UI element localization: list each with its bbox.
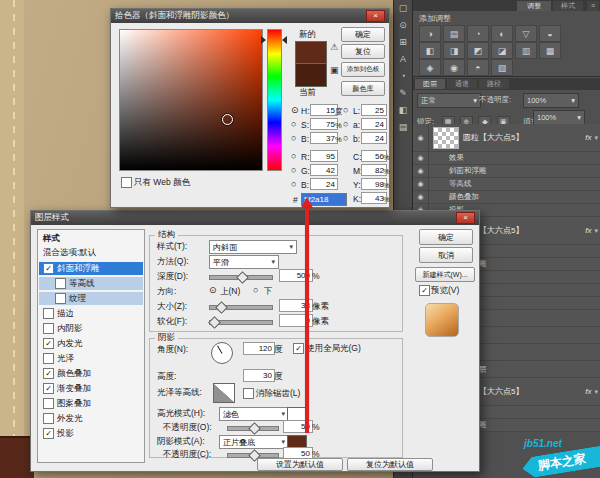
hue-slider[interactable] bbox=[267, 29, 282, 171]
close-icon[interactable]: × bbox=[456, 212, 475, 224]
style-checkbox[interactable]: ✓ bbox=[43, 338, 54, 349]
style-checkbox[interactable] bbox=[55, 293, 66, 304]
add-to-swatches-button[interactable]: 添加到色板 bbox=[341, 62, 385, 77]
soften-slider[interactable] bbox=[209, 320, 273, 325]
effect-name[interactable]: 斜面和浮雕 bbox=[449, 166, 600, 176]
color-field-marker[interactable] bbox=[222, 114, 233, 125]
b2-radio[interactable]: ○ bbox=[291, 179, 296, 189]
style-list-item[interactable]: 内阴影 bbox=[39, 322, 143, 335]
angle-dial[interactable] bbox=[211, 342, 233, 364]
tool-marquee-icon[interactable]: ▢ bbox=[394, 0, 412, 17]
tab-channels[interactable]: 通道 bbox=[447, 79, 477, 89]
anti-alias-checkbox[interactable] bbox=[243, 388, 254, 399]
highlight-color-swatch[interactable] bbox=[287, 407, 307, 421]
g-radio[interactable]: ○ bbox=[291, 165, 296, 175]
group-name[interactable]: 小孔 bbox=[463, 313, 600, 324]
b-radio[interactable]: ○ bbox=[291, 133, 296, 143]
eye-icon[interactable]: ◉ bbox=[413, 165, 429, 177]
style-checkbox[interactable] bbox=[43, 398, 54, 409]
adjustment-icon[interactable]: ◒ bbox=[539, 25, 561, 42]
adjustment-icon[interactable]: ◐ bbox=[491, 25, 513, 42]
r-radio[interactable]: ○ bbox=[291, 151, 296, 161]
effect-row[interactable]: ◉ 效果 bbox=[413, 152, 600, 165]
bb-radio[interactable]: ○ bbox=[343, 133, 348, 143]
blending-options-item[interactable]: 混合选项:默认 bbox=[43, 247, 96, 258]
altitude-input[interactable]: 30 bbox=[243, 369, 275, 382]
fx-badge[interactable]: fx bbox=[585, 387, 591, 396]
fx-badge[interactable]: fx bbox=[585, 226, 591, 235]
color-libraries-button[interactable]: 颜色库 bbox=[341, 81, 385, 96]
style-list-item[interactable]: 光泽 bbox=[39, 352, 143, 365]
gloss-contour-thumbnail[interactable] bbox=[213, 383, 235, 403]
collapse-fx-icon[interactable]: ▾ bbox=[594, 388, 598, 396]
tool-lasso-icon[interactable]: ⊙ bbox=[394, 17, 412, 34]
gamut-warning-icon[interactable]: ⚠ bbox=[330, 42, 338, 52]
style-checkbox[interactable]: ✓ bbox=[43, 428, 54, 439]
tool-crop-icon[interactable]: ⊞ bbox=[394, 34, 412, 51]
tab-layers[interactable]: 图层 bbox=[415, 79, 445, 89]
reset-default-button[interactable]: 复位为默认值 bbox=[347, 458, 433, 471]
group-name[interactable]: 上盖 bbox=[463, 347, 600, 358]
eye-icon[interactable]: ◉ bbox=[413, 178, 429, 190]
direction-down-radio[interactable]: ○ bbox=[253, 285, 258, 295]
collapse-fx-icon[interactable]: ▾ bbox=[594, 134, 598, 142]
global-light-checkbox[interactable]: ✓ bbox=[293, 343, 304, 354]
style-checkbox[interactable] bbox=[43, 413, 54, 424]
adjustment-icon[interactable]: ▤ bbox=[443, 25, 465, 42]
eye-icon[interactable]: ◉ bbox=[413, 191, 429, 203]
l-input[interactable]: 25 bbox=[361, 104, 387, 116]
layer-name[interactable]: 横粒【大六点5】 bbox=[463, 225, 582, 236]
tab-paths[interactable]: 路径 bbox=[479, 79, 509, 89]
l-radio[interactable]: ○ bbox=[343, 105, 348, 115]
style-list-item[interactable]: 外发光 bbox=[39, 412, 143, 425]
close-icon[interactable]: × bbox=[366, 10, 385, 22]
style-checkbox[interactable]: ✓ bbox=[43, 383, 54, 394]
bevel-style-select[interactable]: 内斜面 ▾ bbox=[209, 240, 297, 254]
layer-thumbnail[interactable] bbox=[433, 127, 459, 149]
highlight-mode-select[interactable]: 滤色 ▾ bbox=[219, 407, 289, 421]
hue-slider-right-arrow[interactable] bbox=[282, 36, 287, 44]
style-checkbox[interactable] bbox=[55, 278, 66, 289]
effect-name[interactable]: 颜色叠加 bbox=[449, 192, 600, 202]
depth-slider[interactable] bbox=[209, 275, 273, 280]
style-list-item[interactable]: ✓ 投影 bbox=[39, 427, 143, 440]
color-picker-titlebar[interactable]: 拾色器（斜面和浮雕阴影颜色） × bbox=[111, 9, 389, 23]
adjustment-icon[interactable]: ◑ bbox=[419, 25, 441, 42]
layer-row[interactable]: ◉ 圆粒【大六点5】 fx ▾ bbox=[413, 124, 600, 152]
layer-name[interactable]: 圆粒【大六点5】 bbox=[463, 132, 582, 143]
direction-up-radio[interactable]: ⊙ bbox=[209, 285, 217, 295]
adjustment-icon[interactable]: ◪ bbox=[491, 42, 513, 59]
style-list-item[interactable]: ✓ 内发光 bbox=[39, 337, 143, 350]
bb-input[interactable]: 24 bbox=[361, 132, 387, 144]
ok-button[interactable]: 确定 bbox=[341, 27, 385, 42]
adjustment-icon[interactable]: ▦ bbox=[539, 42, 561, 59]
tab-adjustments[interactable]: 调整 bbox=[517, 1, 551, 11]
eye-icon[interactable]: ◉ bbox=[413, 124, 429, 151]
fx-badge[interactable]: fx bbox=[585, 133, 591, 142]
style-list-item[interactable]: 等高线 bbox=[39, 277, 143, 290]
tool-dodge-icon[interactable]: ◔ bbox=[394, 68, 412, 85]
style-checkbox[interactable] bbox=[43, 308, 54, 319]
web-only-checkbox[interactable] bbox=[121, 177, 132, 188]
b-input[interactable]: 37 bbox=[310, 132, 338, 144]
layer-style-titlebar[interactable]: 图层样式 × bbox=[31, 211, 479, 225]
highlight-opacity-slider[interactable] bbox=[227, 426, 279, 431]
size-slider[interactable] bbox=[209, 305, 273, 310]
style-list-item[interactable]: 描边 bbox=[39, 307, 143, 320]
cancel-button[interactable]: 取消 bbox=[419, 247, 473, 263]
style-checkbox[interactable]: ✓ bbox=[43, 368, 54, 379]
style-list-item[interactable]: ✓ 渐变叠加 bbox=[39, 382, 143, 395]
adjustment-icon[interactable]: ◉ bbox=[443, 59, 465, 76]
tool-gradient-icon[interactable]: ◧ bbox=[394, 102, 412, 119]
g-input[interactable]: 42 bbox=[310, 164, 338, 176]
style-list-item[interactable]: ✓ 颜色叠加 bbox=[39, 367, 143, 380]
adjustment-icon[interactable]: ▽ bbox=[515, 25, 537, 42]
r-input[interactable]: 95 bbox=[310, 150, 338, 162]
color-field[interactable] bbox=[119, 29, 263, 171]
style-list-item[interactable]: 图案叠加 bbox=[39, 397, 143, 410]
b2-input[interactable]: 24 bbox=[310, 178, 338, 190]
group-name[interactable]: 中间层 bbox=[463, 364, 600, 375]
tool-pen-icon[interactable]: ✎ bbox=[394, 85, 412, 102]
new-style-button[interactable]: 新建样式(W)... bbox=[415, 267, 475, 282]
make-default-button[interactable]: 设置为默认值 bbox=[257, 458, 343, 471]
